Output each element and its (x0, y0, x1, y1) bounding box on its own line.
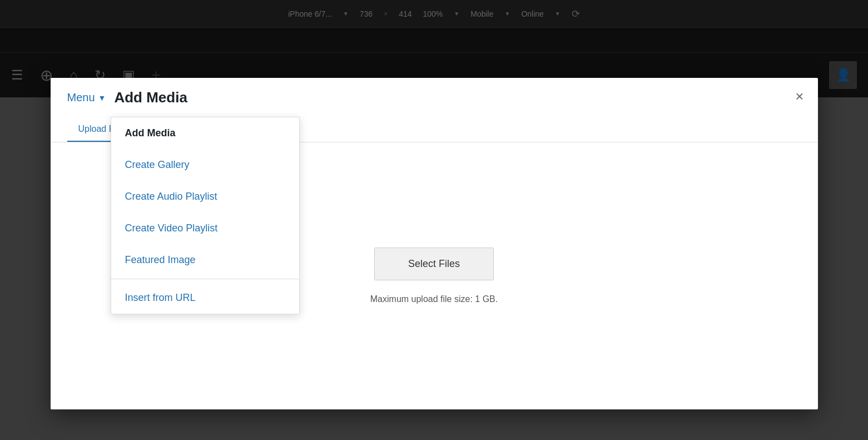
upload-hint: Maximum upload file size: 1 GB. (370, 294, 498, 304)
menu-item-add-media[interactable]: Add Media (111, 117, 299, 149)
menu-label: Menu (67, 91, 95, 104)
menu-item-featured-image[interactable]: Featured Image (111, 244, 299, 276)
modal-dialog: Menu ▼ Add Media × Upload Files brary Se… (51, 78, 818, 409)
menu-item-create-gallery[interactable]: Create Gallery (111, 149, 299, 181)
menu-item-create-video-playlist[interactable]: Create Video Playlist (111, 212, 299, 244)
select-files-button[interactable]: Select Files (374, 248, 494, 280)
menu-dropdown-button[interactable]: Menu ▼ (67, 91, 106, 104)
dropdown-divider (111, 279, 299, 279)
chevron-down-icon-modal: ▼ (98, 93, 106, 102)
modal-close-button[interactable]: × (795, 89, 803, 103)
modal-title: Add Media (114, 89, 187, 106)
menu-item-insert-from-url[interactable]: Insert from URL (111, 282, 299, 314)
modal-overlay: Menu ▼ Add Media × Upload Files brary Se… (0, 0, 868, 440)
menu-item-create-audio-playlist[interactable]: Create Audio Playlist (111, 181, 299, 212)
dropdown-menu: Add Media Create Gallery Create Audio Pl… (111, 117, 300, 314)
modal-header: Menu ▼ Add Media × (51, 78, 818, 117)
